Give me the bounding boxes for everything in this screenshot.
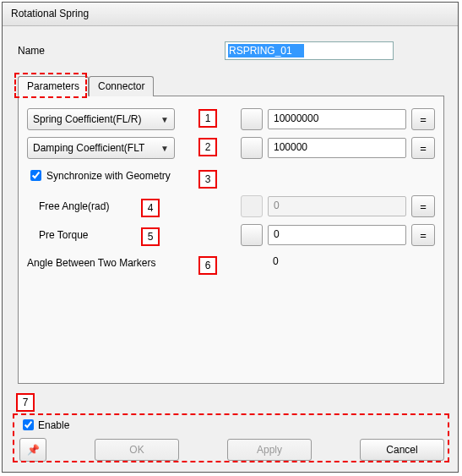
callout-2: 2 [198,138,217,156]
damping-coefficient-label: Damping Coefficient(FLT [33,142,157,154]
tab-parameters-label: Parameters [27,80,79,92]
chevron-down-icon: ▼ [160,115,169,124]
spring-coefficient-picker-button[interactable] [241,108,263,130]
name-label: Name [18,45,225,57]
pin-icon: 📌 [27,444,40,456]
spring-coefficient-value[interactable]: 10000000 [268,109,406,129]
button-row: 📌 OK Apply Cancel [19,438,444,462]
damping-coefficient-picker-button[interactable] [241,137,263,159]
tab-connector-label: Connector [98,80,144,92]
enable-checkbox[interactable] [23,419,34,430]
enable-row: Enable [19,417,444,433]
callout-4: 4 [141,199,160,217]
free-angle-value: 0 [268,196,406,216]
free-angle-label: Free Angle(rad) [39,200,187,212]
name-row: Name [18,41,448,60]
spring-coefficient-dropdown[interactable]: Spring Coefficient(FL/R) ▼ [27,108,175,130]
synchronize-label: Synchronize with Geometry [46,170,171,182]
enable-label: Enable [38,419,69,431]
angle-between-label: Angle Between Two Markers [27,257,187,269]
dialog-window: Rotational Spring Name Parameters Connec… [2,2,459,473]
spring-coefficient-label: Spring Coefficient(FL/R) [33,113,157,125]
tab-content-parameters: Spring Coefficient(FL/R) ▼ 10000000 = Da… [18,96,444,384]
free-angle-picker-button [241,195,263,217]
ok-button: OK [95,439,179,461]
row-spring-coefficient: Spring Coefficient(FL/R) ▼ 10000000 = [27,108,435,130]
callout-3: 3 [198,170,217,189]
content-area: Name Parameters Connector Spring Coeffic… [3,26,458,472]
row-synchronize: Synchronize with Geometry [27,167,435,183]
callout-6: 6 [198,256,217,275]
synchronize-checkbox[interactable] [30,170,41,181]
name-input[interactable] [225,41,394,60]
free-angle-equals-button[interactable]: = [411,195,435,217]
callout-1: 1 [198,109,217,128]
callout-7: 7 [16,393,35,412]
apply-button: Apply [227,439,312,461]
angle-between-value: 0 [268,253,406,273]
pre-torque-value[interactable]: 0 [268,225,406,245]
row-damping-coefficient: Damping Coefficient(FLT ▼ 100000 = [27,137,435,159]
row-pre-torque: Pre Torque 0 = [27,224,435,246]
window-title: Rotational Spring [11,8,89,19]
titlebar: Rotational Spring [3,3,458,26]
pre-torque-equals-button[interactable]: = [411,224,435,246]
chevron-down-icon: ▼ [160,144,169,153]
pre-torque-label: Pre Torque [39,229,187,241]
spring-coefficient-equals-button[interactable]: = [411,108,435,130]
tab-parameters[interactable]: Parameters [18,76,89,96]
footer: Enable 📌 OK Apply Cancel [19,417,444,462]
tab-connector[interactable]: Connector [89,76,154,96]
pin-button[interactable]: 📌 [19,438,46,462]
damping-coefficient-equals-button[interactable]: = [411,137,435,159]
pre-torque-picker-button[interactable] [241,224,263,246]
callout-5: 5 [141,227,160,246]
tab-bar: Parameters Connector [18,75,444,96]
damping-coefficient-dropdown[interactable]: Damping Coefficient(FLT ▼ [27,137,175,159]
row-angle-between: Angle Between Two Markers 0 [27,253,435,273]
row-free-angle: Free Angle(rad) 0 = [27,195,435,217]
damping-coefficient-value[interactable]: 100000 [268,138,406,158]
cancel-button[interactable]: Cancel [360,439,444,461]
